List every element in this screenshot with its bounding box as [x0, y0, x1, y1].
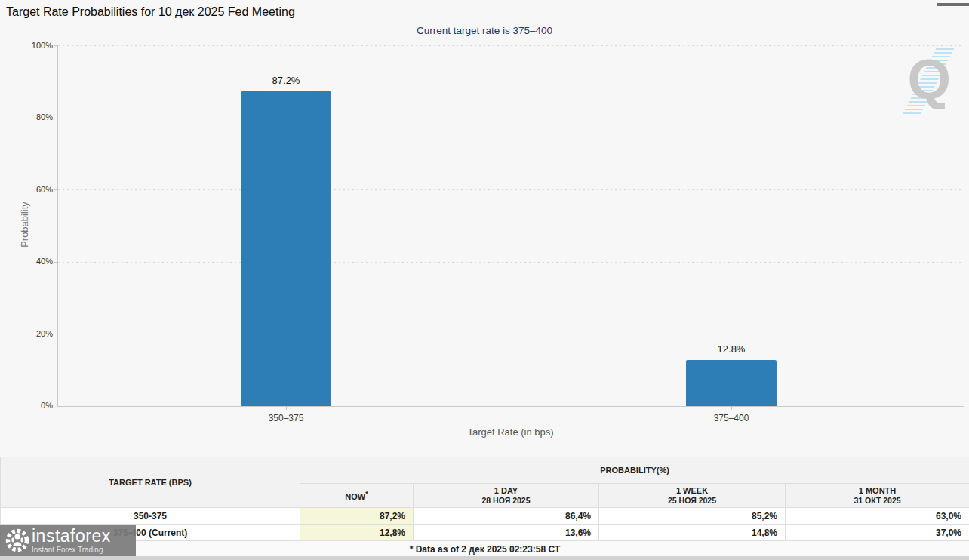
instaforex-tagline: Instant Forex Trading [32, 546, 111, 554]
bar-value-label: 12.8% [656, 343, 807, 355]
col-header-target-rate: TARGET RATE (BPS) [1, 457, 300, 508]
gridline [58, 334, 964, 334]
day-cell: 13,6% [414, 525, 599, 541]
rate-cell: 350-375 [1, 508, 300, 525]
x-axis-line [57, 406, 964, 407]
fedwatch-tool-page: Target Rate Probabilities for 10 дек 202… [0, 0, 969, 560]
col-header-1-month: 1 MONTH 31 ОКТ 2025 [786, 484, 969, 508]
gridline [58, 189, 964, 190]
y-axis-line [57, 45, 58, 406]
y-tick-100: 100% [0, 41, 53, 50]
y-axis-label: Probability [19, 195, 30, 255]
instaforex-watermark: instaforex Instant Forex Trading [0, 525, 136, 556]
day-cell: 86,4% [414, 508, 599, 525]
month-cell: 63,0% [786, 508, 969, 525]
y-tick-80: 80% [0, 112, 53, 122]
data-footnote: * Data as of 2 дек 2025 02:23:58 CT [1, 541, 969, 558]
col-header-probability: PROBABILITY(%) [300, 457, 969, 484]
table-row: 375-400 (Current) 12,8% 13,6% 14,8% 37,0… [1, 525, 969, 541]
page-title: Target Rate Probabilities for 10 дек 202… [6, 5, 295, 19]
y-tick-40: 40% [0, 257, 53, 266]
chart-plot-area: 87.2% 12.8% 350–375 375–400 Target Rate … [57, 45, 964, 406]
probability-table: TARGET RATE (BPS) PROBABILITY(%) NOW* 1 … [0, 457, 969, 558]
x-category-375-400: 375–400 [656, 413, 807, 423]
y-tick-0: 0% [0, 401, 53, 410]
instaforex-name: instaforex [32, 528, 111, 545]
week-cell: 85,2% [599, 508, 786, 525]
week-cell: 14,8% [599, 525, 786, 541]
chart-subtitle: Current target rate is 375–400 [0, 25, 969, 36]
quikstrike-logo-icon: Q [900, 45, 952, 117]
now-cell: 12,8% [300, 525, 414, 541]
bar-350-375[interactable] [241, 91, 331, 406]
month-cell: 37,0% [786, 525, 969, 541]
y-tick-20: 20% [0, 329, 53, 338]
x-category-350-375: 350–375 [211, 413, 361, 423]
col-header-1-day: 1 DAY 28 НОЯ 2025 [414, 484, 599, 508]
gridline [58, 262, 964, 263]
col-header-1-week: 1 WEEK 25 НОЯ 2025 [599, 484, 786, 508]
bar-375-400[interactable] [686, 360, 777, 406]
bottom-edge-strip [0, 556, 969, 560]
col-header-now: NOW* [300, 484, 414, 508]
x-axis-label: Target Rate (in bps) [57, 426, 964, 438]
bar-value-label: 87.2% [211, 75, 361, 86]
instaforex-logo-icon [3, 527, 32, 554]
gridline [58, 118, 964, 118]
now-cell: 87,2% [300, 508, 414, 525]
gridline [58, 45, 964, 46]
y-tick-60: 60% [0, 185, 53, 194]
table-row: 350-375 87,2% 86,4% 85,2% 63,0% [1, 508, 969, 525]
